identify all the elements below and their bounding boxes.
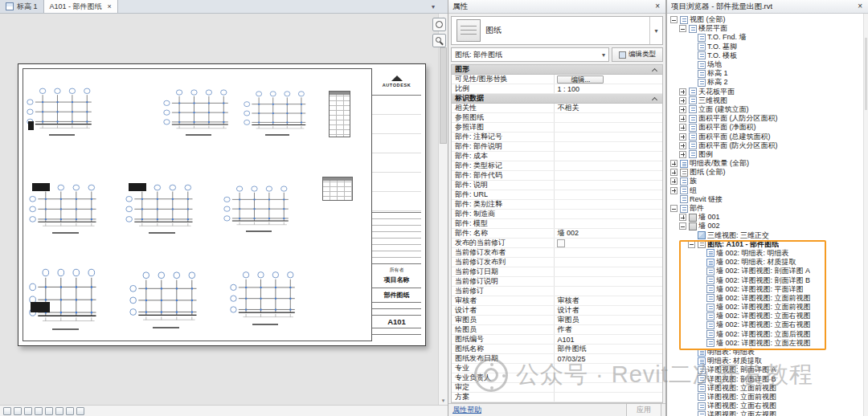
property-value[interactable]: [555, 210, 662, 218]
viewport-drawing[interactable]: [228, 268, 302, 326]
property-value[interactable]: [555, 373, 662, 382]
tree-expander-icon[interactable]: [670, 187, 678, 194]
property-row[interactable]: 当前修订发布到: [452, 258, 662, 267]
property-row[interactable]: 当前修订日期: [452, 267, 662, 277]
tree-node[interactable]: T.O. 基脚: [667, 43, 863, 51]
tree-node[interactable]: T.O. Fnd. 墙: [667, 33, 863, 42]
property-row[interactable]: 审图员 审图员: [452, 316, 662, 325]
tree-node[interactable]: 详图视图: 立面左视图: [667, 410, 863, 416]
zoom-icon[interactable]: [432, 34, 446, 47]
property-row[interactable]: 当前修订发布者: [452, 248, 662, 258]
schedule-viewport[interactable]: [322, 177, 353, 201]
edit-type-button[interactable]: 编辑类型: [612, 47, 663, 62]
view-scale-icon[interactable]: [3, 407, 11, 415]
property-value[interactable]: 作者: [555, 325, 662, 334]
tree-expander-icon[interactable]: [670, 177, 678, 185]
sheet-viewport[interactable]: AUTODESK 所有者 项目名称 部件图纸 A101 ▴: [0, 14, 448, 405]
tree-node[interactable]: 楼层平面: [667, 24, 863, 33]
close-icon[interactable]: ×: [856, 2, 864, 10]
property-row[interactable]: 审核者 审核者: [452, 296, 662, 306]
property-row[interactable]: 审定: [452, 383, 662, 393]
crop-view-icon[interactable]: [55, 407, 63, 415]
tree-node[interactable]: 图例: [667, 150, 863, 159]
schedule-viewport[interactable]: [329, 91, 350, 137]
tree-expander-icon[interactable]: [670, 169, 678, 176]
property-row[interactable]: 标识数据: [452, 94, 662, 104]
property-row[interactable]: 部件: 类型标记: [452, 161, 662, 171]
tree-node[interactable]: 面积平面 (人防分区面积): [667, 114, 863, 123]
tree-node[interactable]: 视图 (全部): [667, 15, 863, 24]
apply-button[interactable]: 应用: [626, 403, 661, 416]
sun-path-icon[interactable]: [35, 407, 43, 415]
property-value[interactable]: [555, 152, 662, 161]
property-row[interactable]: 参照详图: [452, 123, 662, 133]
tree-expander-icon[interactable]: [670, 160, 678, 167]
property-value[interactable]: 不相关: [555, 104, 662, 112]
property-value[interactable]: 1 : 100: [555, 84, 662, 93]
property-row[interactable]: 图纸发布日期 07/03/25: [452, 354, 662, 364]
tree-node[interactable]: 天花板平面: [667, 88, 863, 96]
tree-expander-icon[interactable]: [679, 151, 686, 158]
property-value[interactable]: 墙 002: [555, 229, 662, 238]
property-value[interactable]: [555, 287, 662, 296]
reveal-hidden-elements-icon[interactable]: [76, 407, 84, 415]
property-row[interactable]: 部件: 模型: [452, 219, 662, 229]
browser-scrollbar[interactable]: [863, 14, 868, 416]
tree-expander-icon[interactable]: [679, 97, 686, 104]
property-value[interactable]: [555, 277, 662, 286]
tree-expander-icon[interactable]: [679, 214, 686, 221]
element-filter-combo[interactable]: 图纸: 部件图纸 ▾: [451, 47, 609, 62]
property-row[interactable]: 参照图纸: [452, 113, 662, 123]
property-row[interactable]: 部件: 制造商: [452, 210, 662, 219]
view-tab-level1[interactable]: 标高 1: [0, 0, 44, 13]
tree-node[interactable]: 墙 002: 详图视图: 立面左视图: [667, 339, 863, 348]
property-value[interactable]: [555, 123, 662, 132]
tree-expander-icon[interactable]: [679, 222, 686, 230]
property-value[interactable]: [555, 267, 662, 276]
property-row[interactable]: 图形: [452, 65, 662, 75]
tree-node[interactable]: 面积平面 (防火分区面积): [667, 141, 863, 150]
property-value[interactable]: [555, 190, 662, 199]
property-value[interactable]: 07/03/25: [555, 354, 662, 363]
tree-expander-icon[interactable]: [679, 106, 686, 113]
property-value[interactable]: [555, 181, 662, 190]
property-value[interactable]: [555, 248, 662, 257]
property-row[interactable]: 部件: 名称 墙 002: [452, 229, 662, 239]
vertical-scrollbar[interactable]: ▴ ▾: [438, 14, 448, 405]
property-row[interactable]: 方案: [452, 393, 662, 402]
viewport-drawing[interactable]: [128, 268, 204, 329]
type-selector[interactable]: 图纸 ▾: [451, 16, 663, 45]
property-row[interactable]: 部件: URL: [452, 190, 662, 200]
tree-expander-icon[interactable]: [679, 115, 686, 122]
property-row[interactable]: 比例 1 : 100: [452, 84, 662, 94]
close-tab-icon[interactable]: ×: [108, 3, 112, 10]
property-row[interactable]: 专业: [452, 364, 662, 373]
tree-expander-icon[interactable]: [679, 142, 686, 149]
property-value[interactable]: 审图员: [555, 316, 662, 324]
viewport-drawing[interactable]: [27, 181, 104, 235]
view-tab-sheet-a101[interactable]: A101 - 部件图纸 ×: [44, 0, 118, 13]
property-row[interactable]: 部件: 注释记号: [452, 133, 662, 142]
tree-node[interactable]: 标高 1: [667, 69, 863, 78]
steering-wheel-icon[interactable]: [432, 18, 446, 31]
sheet[interactable]: AUTODESK 所有者 项目名称 部件图纸 A101: [18, 63, 426, 346]
scroll-down-icon[interactable]: ▾: [439, 396, 448, 405]
property-value[interactable]: [555, 142, 662, 151]
visual-style-icon[interactable]: [24, 407, 32, 415]
properties-help-link[interactable]: 属性帮助: [452, 405, 481, 415]
property-value[interactable]: [555, 113, 662, 122]
tree-node[interactable]: T.O. 楼板: [667, 51, 863, 60]
tree-expander-icon[interactable]: [670, 16, 678, 23]
property-value[interactable]: [555, 239, 662, 247]
property-value[interactable]: [555, 364, 662, 373]
scrollbar-thumb[interactable]: [440, 47, 447, 144]
detail-level-icon[interactable]: [14, 407, 22, 415]
property-value[interactable]: [555, 383, 662, 392]
viewport-drawing[interactable]: [124, 181, 200, 235]
property-value[interactable]: [555, 161, 662, 170]
tree-expander-icon[interactable]: [688, 241, 695, 248]
property-row[interactable]: 图纸编号 A101: [452, 335, 662, 345]
viewport-drawing[interactable]: [162, 87, 235, 137]
property-value[interactable]: [555, 200, 662, 209]
tree-node[interactable]: 墙 001: [667, 213, 863, 222]
